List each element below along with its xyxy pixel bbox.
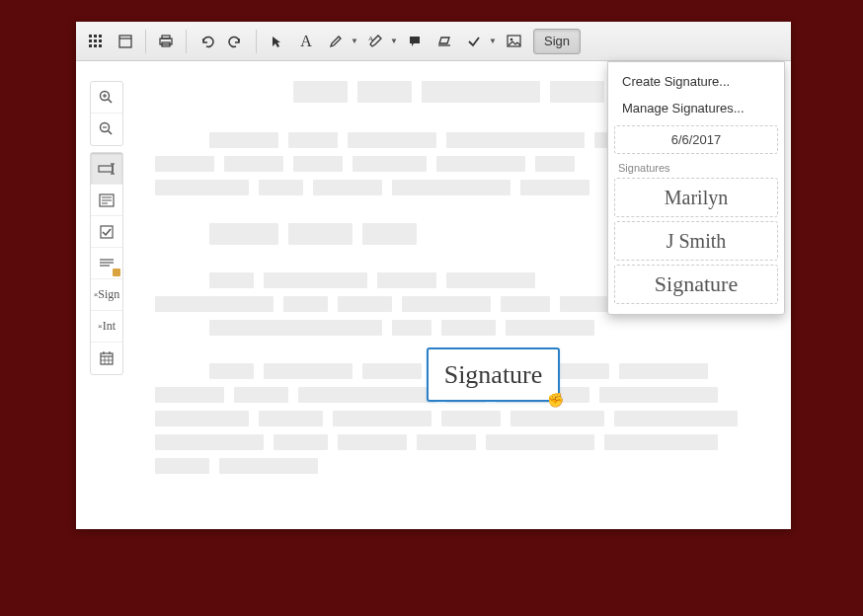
skeleton-line — [209, 320, 771, 336]
form-fields-group: ×Sign ×Int — [90, 152, 123, 375]
initials-field-button[interactable]: ×Int — [91, 311, 122, 343]
svg-rect-6 — [89, 44, 92, 47]
text-tool-button[interactable]: A — [292, 28, 320, 55]
divider — [145, 30, 146, 53]
highlighter-icon[interactable]: A — [361, 28, 389, 55]
svg-line-23 — [109, 131, 113, 135]
text-field-button[interactable] — [91, 153, 122, 185]
outline-button[interactable] — [112, 28, 139, 55]
divider — [256, 30, 257, 53]
signature-field-button[interactable]: ×Sign — [91, 279, 122, 311]
zoom-out-button[interactable] — [91, 114, 122, 145]
signatures-heading: Signatures — [614, 154, 778, 178]
skeleton-line — [155, 458, 771, 474]
svg-rect-37 — [101, 353, 113, 364]
svg-rect-7 — [94, 44, 97, 47]
svg-rect-1 — [94, 35, 97, 38]
date-field-button[interactable] — [91, 343, 122, 374]
svg-rect-8 — [99, 44, 102, 47]
undo-button[interactable] — [193, 28, 220, 55]
svg-rect-0 — [89, 35, 92, 38]
svg-rect-3 — [89, 39, 92, 42]
date-stamp-item[interactable]: 6/6/2017 — [614, 125, 778, 154]
checkmark-tool-combo[interactable]: ▼ — [460, 28, 498, 55]
secure-field-button[interactable] — [91, 248, 122, 279]
pdf-viewer-window: A ▼ A ▼ ▼ Sign — [76, 22, 791, 529]
print-button[interactable] — [152, 28, 180, 55]
chevron-down-icon[interactable]: ▼ — [488, 28, 498, 55]
svg-text:A: A — [368, 35, 373, 42]
lock-badge-icon — [113, 269, 120, 276]
draw-tool-combo[interactable]: ▼ — [322, 28, 359, 55]
skeleton-line — [155, 434, 771, 450]
checkbox-field-button[interactable] — [91, 216, 122, 248]
signature-option-3[interactable]: Signature — [614, 265, 778, 304]
svg-rect-33 — [101, 226, 113, 238]
zoom-in-button[interactable] — [91, 82, 122, 114]
thumbnails-button[interactable] — [82, 28, 110, 55]
placed-signature-box[interactable]: Signature ✊ — [427, 347, 560, 402]
svg-line-19 — [109, 99, 113, 103]
paragraph-field-button[interactable] — [91, 185, 122, 216]
skeleton-line — [155, 411, 771, 426]
select-tool-button[interactable] — [263, 28, 290, 55]
svg-rect-4 — [94, 39, 97, 42]
divider — [186, 30, 187, 53]
chevron-down-icon[interactable]: ▼ — [350, 28, 359, 55]
signature-preview-text: Signature — [444, 360, 543, 390]
highlight-tool-combo[interactable]: A ▼ — [361, 28, 399, 55]
chevron-down-icon[interactable]: ▼ — [389, 28, 399, 55]
comment-tool-button[interactable] — [401, 28, 429, 55]
svg-rect-25 — [99, 166, 113, 172]
create-signature-item[interactable]: Create Signature... — [614, 68, 778, 95]
main-toolbar: A ▼ A ▼ ▼ Sign — [76, 22, 791, 61]
sign-dropdown-menu: Create Signature... Manage Signatures...… — [607, 61, 785, 315]
svg-rect-5 — [99, 39, 102, 42]
svg-rect-2 — [99, 35, 102, 38]
svg-rect-9 — [119, 36, 131, 47]
left-sidebar: ×Sign ×Int — [90, 81, 123, 375]
svg-point-17 — [510, 38, 512, 41]
zoom-group — [90, 81, 123, 146]
check-icon[interactable] — [460, 28, 488, 55]
sign-button[interactable]: Sign — [533, 29, 581, 54]
grab-cursor-icon: ✊ — [547, 392, 564, 408]
pencil-icon[interactable] — [322, 28, 350, 55]
manage-signatures-item[interactable]: Manage Signatures... — [614, 95, 778, 121]
redo-button[interactable] — [222, 28, 250, 55]
signature-option-2[interactable]: J Smith — [614, 221, 778, 261]
image-tool-button[interactable] — [500, 28, 527, 55]
signature-option-1[interactable]: Marilyn — [614, 178, 778, 217]
eraser-tool-button[interactable] — [431, 28, 458, 55]
